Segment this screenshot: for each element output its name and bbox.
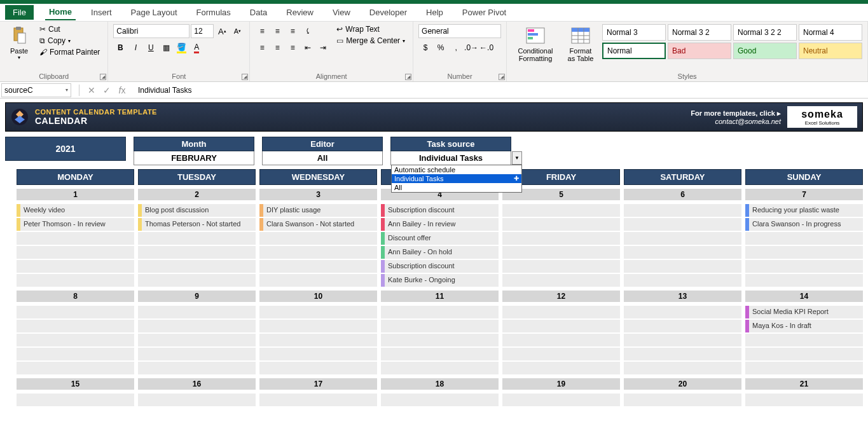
day-number[interactable]: 20 <box>624 378 741 390</box>
day-cell[interactable] <box>502 204 620 287</box>
dialog-launcher-icon[interactable]: ◢ <box>405 74 411 80</box>
align-top-icon[interactable]: ≡ <box>255 24 269 38</box>
day-cell[interactable]: DIY plastic usageClara Swanson - Not sta… <box>259 204 377 287</box>
tab-insert[interactable]: Insert <box>87 5 116 20</box>
source-value[interactable]: Individual Tasks ▼ Automatic scheduleInd… <box>390 151 511 165</box>
day-number[interactable]: 12 <box>502 291 620 302</box>
border-button[interactable]: ▦ <box>159 41 173 55</box>
day-cell[interactable]: Social Media KPI ReportMaya Kos - In dra… <box>745 306 863 374</box>
day-cell[interactable]: Weekly videoPeter Thomson - In review <box>17 204 134 287</box>
source-option[interactable]: All <box>392 183 521 192</box>
day-number[interactable]: 11 <box>381 291 499 302</box>
tab-developer[interactable]: Developer <box>366 5 411 20</box>
day-number[interactable]: 15 <box>17 378 134 390</box>
day-number[interactable]: 9 <box>138 291 256 302</box>
decrease-font-icon[interactable]: A▾ <box>230 24 244 38</box>
format-painter-button[interactable]: 🖌 Format Painter <box>37 47 102 57</box>
style-normal-3-2[interactable]: Normal 3 2 <box>668 24 731 41</box>
style-normal-3-2-2[interactable]: Normal 3 2 2 <box>733 24 797 41</box>
tab-formulas[interactable]: Formulas <box>193 5 235 20</box>
orientation-icon[interactable]: ⤹ <box>301 24 315 38</box>
align-center-icon[interactable]: ≡ <box>270 41 284 55</box>
style-bad[interactable]: Bad <box>668 43 731 59</box>
number-format-combo[interactable] <box>418 24 501 38</box>
task-item[interactable]: Thomas Peterson - Not started <box>138 218 256 231</box>
day-cell[interactable] <box>138 394 256 406</box>
merge-center-button[interactable]: ▭ Merge & Center ▾ <box>334 36 408 46</box>
task-item[interactable]: Clara Swanson - In progress <box>745 218 863 231</box>
align-middle-icon[interactable]: ≡ <box>270 24 284 38</box>
dialog-launcher-icon[interactable]: ◢ <box>499 74 505 80</box>
day-cell[interactable] <box>17 394 134 406</box>
task-item[interactable]: Subscription discount <box>381 260 499 273</box>
style-neutral[interactable]: Neutral <box>799 43 862 59</box>
name-box[interactable]: sourceC ▾ <box>1 83 71 97</box>
source-option[interactable]: Individual Tasks <box>392 174 521 183</box>
day-number[interactable]: 10 <box>259 291 377 302</box>
font-size-combo[interactable] <box>191 24 214 38</box>
task-item[interactable]: Discount offer <box>381 232 499 245</box>
editor-value[interactable]: All <box>262 151 383 165</box>
align-left-icon[interactable]: ≡ <box>255 41 269 55</box>
style-normal[interactable]: Normal <box>602 43 666 59</box>
cut-button[interactable]: ✂ Cut <box>37 24 102 34</box>
task-item[interactable]: Weekly video <box>17 204 134 217</box>
fx-icon[interactable]: fx <box>116 85 128 95</box>
day-number[interactable]: 16 <box>138 378 256 390</box>
dialog-launcher-icon[interactable]: ◢ <box>242 74 248 80</box>
day-cell[interactable] <box>17 306 134 374</box>
bold-button[interactable]: B <box>113 41 127 55</box>
day-cell[interactable] <box>502 306 620 374</box>
style-normal-3[interactable]: Normal 3 <box>602 24 666 41</box>
day-number[interactable]: 14 <box>745 291 863 302</box>
accounting-format-icon[interactable]: $ <box>418 41 432 55</box>
task-item[interactable]: Reducing your plastic waste <box>745 204 863 217</box>
day-cell[interactable] <box>381 306 499 374</box>
align-right-icon[interactable]: ≡ <box>286 41 300 55</box>
tab-help[interactable]: Help <box>422 5 447 20</box>
task-item[interactable]: Maya Kos - In draft <box>745 320 863 332</box>
day-cell[interactable] <box>259 306 377 374</box>
day-cell[interactable] <box>745 394 863 406</box>
copy-button[interactable]: ⧉ Copy ▾ <box>37 36 102 46</box>
day-cell[interactable] <box>381 394 499 406</box>
fill-color-button[interactable]: 🪣 <box>174 41 188 55</box>
day-cell[interactable] <box>624 204 741 287</box>
day-cell[interactable] <box>259 394 377 406</box>
tab-home[interactable]: Home <box>45 4 76 20</box>
increase-indent-icon[interactable]: ⇥ <box>316 41 330 55</box>
wrap-text-button[interactable]: ↩ Wrap Text <box>334 24 408 34</box>
day-number[interactable]: 2 <box>138 189 256 200</box>
task-item[interactable]: Blog post discussion <box>138 204 256 217</box>
task-item[interactable]: DIY plastic usage <box>259 204 377 217</box>
day-cell[interactable]: Blog post discussionThomas Peterson - No… <box>138 204 256 287</box>
day-number[interactable]: 8 <box>17 291 134 302</box>
day-cell[interactable]: Reducing your plastic wasteClara Swanson… <box>745 204 863 287</box>
day-number[interactable]: 13 <box>624 291 741 302</box>
day-number[interactable]: 18 <box>381 378 499 390</box>
align-bottom-icon[interactable]: ≡ <box>286 24 300 38</box>
tab-page-layout[interactable]: Page Layout <box>127 5 181 20</box>
day-cell[interactable] <box>502 394 620 406</box>
task-item[interactable]: Subscription discount <box>381 204 499 217</box>
tab-power-pivot[interactable]: Power Pivot <box>458 5 510 20</box>
style-good[interactable]: Good <box>733 43 797 59</box>
increase-decimal-icon[interactable]: .0→ <box>464 41 478 55</box>
font-color-button[interactable]: A <box>189 41 203 55</box>
tab-file[interactable]: File <box>5 5 34 20</box>
dialog-launcher-icon[interactable]: ◢ <box>100 74 106 80</box>
more-templates-link[interactable]: For more templates, click ▸ <box>691 109 781 118</box>
decrease-decimal-icon[interactable]: ←.0 <box>479 41 493 55</box>
task-item[interactable]: Clara Swanson - Not started <box>259 218 377 231</box>
dropdown-arrow-icon[interactable]: ▼ <box>512 151 522 165</box>
day-number[interactable]: 7 <box>745 189 863 200</box>
tab-data[interactable]: Data <box>246 5 271 20</box>
day-number[interactable]: 3 <box>259 189 377 200</box>
day-number[interactable]: 21 <box>745 378 863 390</box>
conditional-formatting-button[interactable]: Conditional Formatting <box>512 24 559 64</box>
formula-input[interactable]: Individual Tasks <box>132 86 864 95</box>
year-filter[interactable]: 2021 <box>5 137 126 161</box>
day-cell[interactable]: Subscription discountAnn Bailey - In rev… <box>381 204 499 287</box>
day-cell[interactable] <box>624 306 741 374</box>
percent-format-icon[interactable]: % <box>434 41 448 55</box>
